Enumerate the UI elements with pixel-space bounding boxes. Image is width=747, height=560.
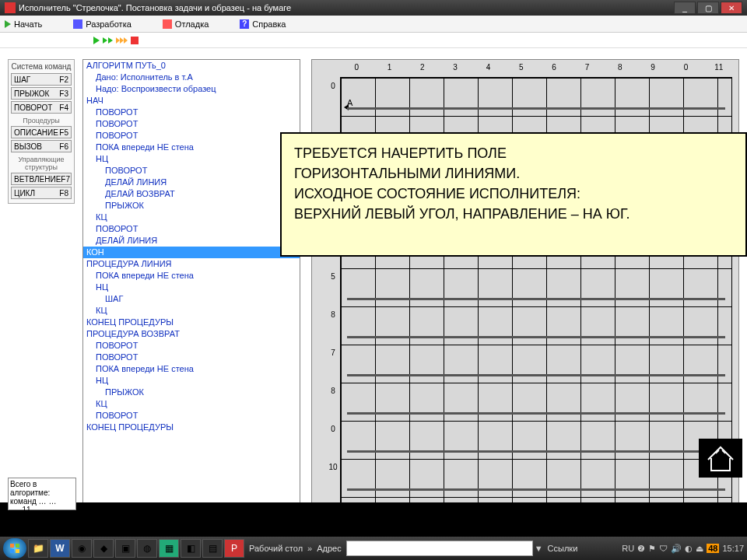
code-line[interactable]: НЦ	[83, 282, 300, 293]
code-line[interactable]: Дано: Исполнитель в т.А	[83, 72, 300, 83]
code-line[interactable]: ПОВОРОТ	[83, 107, 300, 118]
stop-button[interactable]	[131, 37, 139, 44]
code-line[interactable]: КЦ	[83, 398, 300, 410]
code-line[interactable]: ПОВОРОТ	[83, 165, 300, 177]
task-line: ГОРИЗОНТАЛЬНЫМИ ЛИНИЯМИ.	[294, 163, 733, 184]
play-icon	[5, 20, 11, 28]
code-line[interactable]: ПОВОРОТ	[83, 223, 300, 235]
menu-help-label: Справка	[252, 19, 286, 29]
code-line[interactable]: КОНЕЦ ПРОЦЕДУРЫ	[83, 422, 300, 433]
taskbar-explorer-icon[interactable]: 📁	[28, 539, 48, 558]
tray-icon[interactable]: 🔊	[671, 544, 682, 554]
fast-button[interactable]	[116, 37, 128, 44]
y-tick: 8	[328, 387, 338, 425]
menu-debug-label: Отладка	[175, 19, 209, 29]
code-line[interactable]: КОН	[83, 247, 300, 258]
code-line[interactable]: ПОКА впереди НЕ стена	[83, 142, 300, 153]
code-line[interactable]: ПОКА впереди НЕ стена	[83, 363, 300, 375]
tray-icon[interactable]: ❷	[637, 544, 645, 554]
code-line[interactable]: КОНЕЦ ПРОЦЕДУРЫ	[83, 317, 300, 328]
taskbar-app-icon[interactable]: ◧	[181, 539, 201, 558]
palette-proc-label: Процедуры	[11, 117, 72, 124]
code-line[interactable]: ПРОЦЕДУРА ВОЗВРАТ	[83, 328, 300, 340]
taskbar-app-icon[interactable]: ▦	[159, 539, 179, 558]
code-line[interactable]: ПОВОРОТ	[83, 130, 300, 142]
stats-procs: процедур … …..2	[10, 514, 74, 523]
code-line[interactable]: ПОВОРОТ	[83, 352, 300, 363]
cmd-desc[interactable]: ОПИСАНИЕF5	[11, 126, 72, 138]
tray-icon[interactable]: ⏏	[696, 544, 703, 554]
tray-icon[interactable]: 🛡	[659, 544, 668, 553]
code-line[interactable]: НЦ	[83, 153, 300, 165]
svg-rect-2	[16, 544, 19, 548]
maximize-button[interactable]: ▢	[697, 2, 719, 14]
tray-icon[interactable]: ⚑	[648, 544, 656, 554]
cmd-branch[interactable]: ВЕТВЛЕНИЕF7	[11, 173, 72, 185]
tray-badge[interactable]: 48	[707, 544, 719, 553]
cmd-jump[interactable]: ПРЫЖОКF3	[11, 87, 72, 100]
tray-icon[interactable]: ◐	[685, 544, 693, 554]
taskbar-word-icon[interactable]: W	[50, 539, 70, 558]
menu-start[interactable]: Начать	[5, 19, 42, 29]
code-line[interactable]: ПОВОРОТ	[83, 410, 300, 422]
code-line[interactable]: ДЕЛАЙ ЛИНИЯ	[83, 177, 300, 188]
workspace: Система команд ШАГF2 ПРЫЖОКF3 ПОВОРОТF4 …	[0, 48, 747, 537]
menu-help[interactable]: ? Справка	[240, 19, 286, 29]
taskbar-app-icon[interactable]: ◍	[137, 539, 157, 558]
taskbar-app-icon[interactable]: ◆	[93, 539, 114, 558]
taskbar-app-icon[interactable]: P	[224, 539, 244, 558]
desktop-toolbar-label[interactable]: Рабочий стол	[249, 544, 303, 553]
taskbar-app-icon[interactable]: ▤	[202, 539, 223, 558]
code-line[interactable]: ПОВОРОТ	[83, 340, 300, 352]
code-line[interactable]: КЦ	[83, 212, 300, 223]
code-line[interactable]: АЛГОРИТМ ПУТь_0	[83, 60, 300, 72]
code-line[interactable]: Надо: Воспроизвести образец	[83, 83, 300, 95]
x-tick: 8	[604, 63, 637, 74]
code-line[interactable]: КЦ	[83, 305, 300, 317]
cmd-call[interactable]: ВЫЗОВF6	[11, 140, 72, 152]
code-line[interactable]: ШАГ	[83, 293, 300, 305]
code-line[interactable]: ДЕЛАЙ ЛИНИЯ	[83, 235, 300, 247]
address-label: Адрес	[317, 544, 342, 553]
x-tick: 1	[373, 63, 405, 74]
x-tick: 9	[637, 63, 669, 74]
y-tick: 8	[328, 310, 338, 348]
code-line[interactable]: ПРЫЖОК	[83, 200, 300, 212]
code-line[interactable]: ПОВОРОТ	[83, 118, 300, 130]
code-line[interactable]: ДЕЛАЙ ВОЗВРАТ	[83, 188, 300, 200]
start-button[interactable]	[3, 538, 26, 558]
stats-commands: команд … … …..11	[10, 497, 74, 514]
task-description: ТРЕБУЕТСЯ НАЧЕРТИТЬ ПОЛЕ ГОРИЗОНТАЛЬНЫМИ…	[280, 132, 747, 257]
palette-ctrl-label: Управляющие структуры	[11, 156, 72, 171]
address-input[interactable]	[346, 541, 533, 556]
run-button[interactable]	[93, 37, 100, 44]
y-tick: 7	[328, 348, 338, 387]
x-axis-labels: 0123456789011	[340, 63, 735, 74]
code-line[interactable]: ПРЫЖОК	[83, 387, 300, 398]
code-line[interactable]: ПРОЦЕДУРА ЛИНИЯ	[83, 258, 300, 270]
minimize-button[interactable]: _	[674, 2, 696, 14]
code-editor[interactable]: АЛГОРИТМ ПУТь_0Дано: Исполнитель в т.АНа…	[82, 59, 300, 529]
cmd-loop[interactable]: ЦИКЛF8	[11, 187, 72, 199]
menu-dev[interactable]: Разработка	[73, 19, 132, 29]
x-tick: 2	[406, 63, 439, 74]
debug-icon	[163, 19, 172, 29]
menu-debug[interactable]: Отладка	[163, 19, 209, 29]
drawn-line	[347, 412, 725, 415]
stats-title: Всего в алгоритме:	[10, 480, 74, 497]
home-icon[interactable]	[699, 439, 742, 478]
taskbar-chrome-icon[interactable]: ◉	[72, 539, 92, 558]
code-line[interactable]: НЦ	[83, 375, 300, 387]
links-label[interactable]: Ссылки	[548, 544, 578, 553]
close-button[interactable]: ✕	[721, 2, 742, 14]
step-button[interactable]	[103, 37, 113, 44]
svg-rect-1	[10, 544, 14, 548]
taskbar-app-icon[interactable]: ▣	[115, 539, 135, 558]
language-indicator[interactable]: RU	[622, 544, 634, 553]
code-line[interactable]: НАЧ	[83, 95, 300, 107]
clock[interactable]: 15:17	[722, 544, 744, 553]
cmd-step[interactable]: ШАГF2	[11, 73, 72, 86]
command-palette: Система команд ШАГF2 ПРЫЖОКF3 ПОВОРОТF4 …	[8, 59, 75, 204]
code-line[interactable]: ПОКА впереди НЕ стена	[83, 270, 300, 282]
cmd-turn[interactable]: ПОВОРОТF4	[11, 101, 72, 114]
